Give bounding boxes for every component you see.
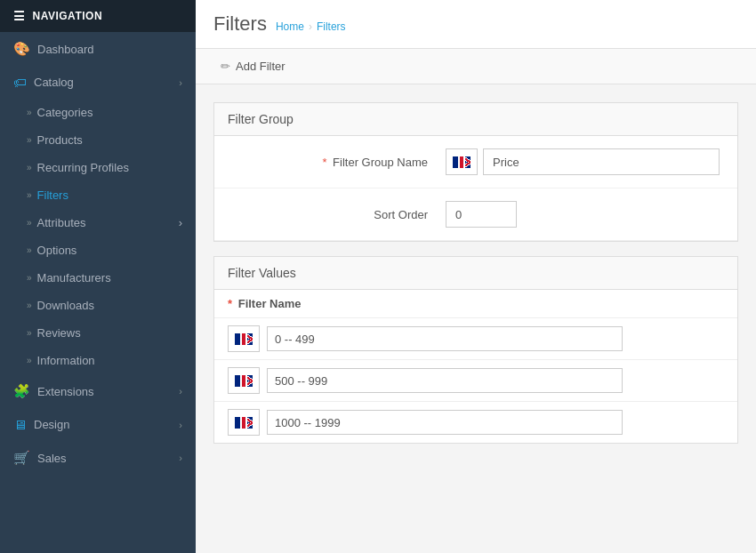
chevron-right-icon: › [179,77,182,88]
sidebar-item-extensions[interactable]: 🧩 Extensions › [0,374,196,408]
nav-header: ☰ NAVIGATION [0,0,196,32]
page-header: Filters Home › Filters [196,0,756,49]
filter-value-row [214,402,737,443]
chevron-icon: » [27,163,32,172]
breadcrumb-home[interactable]: Home [276,20,304,33]
chevron-icon: » [27,356,32,365]
language-flag-button[interactable] [446,148,478,175]
sidebar-sub-label: Categories [37,106,93,119]
chevron-right-icon: › [179,216,182,229]
content-area: Filter Group * Filter Group Name Sort Or… [196,84,756,461]
chevron-icon: » [27,108,32,117]
dashboard-icon: 🎨 [13,41,30,57]
chevron-icon: » [27,218,32,228]
add-filter-label: Add Filter [236,60,286,73]
sidebar-item-sales[interactable]: 🛒 Sales › [0,441,196,475]
sidebar-sub-label: Recurring Profiles [37,161,129,174]
sidebar-sub-label: Filters [37,188,68,202]
sidebar-item-dashboard[interactable]: 🎨 Dashboard [0,32,196,66]
sidebar-sub-label: Downloads [37,299,94,312]
breadcrumb: Home › Filters [276,20,346,33]
sidebar-sub-label: Reviews [37,326,81,340]
sidebar-item-design[interactable]: 🖥 Design › [0,408,196,441]
main-content: Filters Home › Filters ✏ Add Filter Filt… [196,0,756,553]
chevron-right-icon: › [179,453,182,463]
sidebar-item-reviews[interactable]: » Reviews [0,319,196,347]
extensions-icon: 🧩 [13,383,30,399]
sidebar-item-label: Extensions [37,385,94,398]
filter-values-heading: Filter Values [214,257,737,290]
sales-icon: 🛒 [13,450,30,466]
chevron-icon: » [27,135,32,145]
sort-order-row: Sort Order [214,188,737,241]
filter-name-column-header: * Filter Name [214,290,737,318]
chevron-right-icon: › [179,420,182,430]
sidebar: ☰ NAVIGATION 🎨 Dashboard 🏷 Catalog › » C… [0,0,196,553]
sidebar-sub-label: Attributes [37,216,86,229]
language-flag-button[interactable] [228,325,260,352]
toolbar: ✏ Add Filter [196,49,756,84]
sort-order-input[interactable] [446,201,517,228]
filter-value-input-3[interactable] [267,410,623,435]
sidebar-sub-label: Products [37,133,83,147]
sort-order-control [446,201,720,228]
page-title-block: Filters Home › Filters [213,12,346,36]
language-flag-button[interactable] [228,367,260,394]
required-star: * [228,297,232,310]
filter-value-row [214,360,737,402]
sort-order-label: Sort Order [232,208,446,221]
filter-values-section: Filter Values * Filter Name [213,256,738,444]
add-filter-button[interactable]: ✏ Add Filter [213,56,293,76]
sidebar-item-products[interactable]: » Products [0,126,196,154]
sidebar-item-label: Dashboard [37,43,94,56]
filter-value-row [214,318,737,360]
pencil-icon: ✏ [221,60,230,73]
breadcrumb-separator: › [309,20,312,33]
chevron-icon: » [27,245,32,255]
sidebar-item-label: Sales [37,452,67,465]
uk-flag-icon [235,333,253,345]
sidebar-item-categories[interactable]: » Categories [0,99,196,126]
sidebar-item-downloads[interactable]: » Downloads [0,292,196,319]
filter-group-heading: Filter Group [214,103,737,136]
sidebar-item-information[interactable]: » Information [0,347,196,374]
filter-value-input-2[interactable] [267,368,623,393]
sidebar-sub-label: Options [37,244,77,257]
page-title: Filters [213,12,267,36]
hamburger-icon: ☰ [13,9,26,23]
catalog-icon: 🏷 [13,75,27,90]
uk-flag-icon [235,417,253,429]
sidebar-item-options[interactable]: » Options [0,236,196,264]
chevron-icon: » [27,301,32,310]
language-flag-button[interactable] [228,409,260,436]
filter-group-name-label: * Filter Group Name [232,156,446,169]
chevron-icon: » [27,190,32,200]
sidebar-item-filters[interactable]: » Filters [0,181,196,209]
uk-flag-icon [235,375,253,387]
sidebar-sub-label: Manufacturers [37,271,111,285]
uk-flag-icon [453,156,470,168]
sidebar-item-manufacturers[interactable]: » Manufacturers [0,264,196,292]
required-star: * [322,156,326,169]
sidebar-item-label: Catalog [34,76,74,89]
sidebar-item-label: Design [34,418,69,431]
filter-group-name-row: * Filter Group Name [214,136,737,188]
filter-group-panel: Filter Group * Filter Group Name Sort Or… [213,102,738,242]
chevron-right-icon: › [179,386,182,397]
design-icon: 🖥 [13,417,27,432]
sidebar-sub-label: Information [37,354,95,367]
nav-header-label: NAVIGATION [33,10,103,22]
sidebar-item-recurring-profiles[interactable]: » Recurring Profiles [0,154,196,181]
sidebar-item-attributes[interactable]: » Attributes › [0,209,196,236]
chevron-icon: » [27,328,32,338]
breadcrumb-current: Filters [317,20,346,33]
filter-value-input-1[interactable] [267,326,623,351]
filter-group-name-control [446,148,720,175]
chevron-icon: » [27,273,32,283]
sidebar-item-catalog[interactable]: 🏷 Catalog › [0,66,196,99]
filter-group-name-input[interactable] [483,148,720,175]
